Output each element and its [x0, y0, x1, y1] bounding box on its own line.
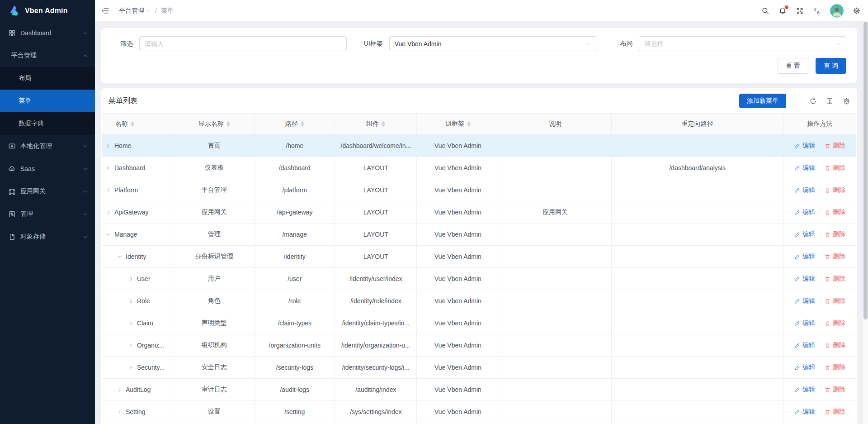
sort-carets-icon[interactable] [301, 121, 304, 127]
column-settings-icon[interactable] [843, 97, 850, 105]
delete-button[interactable]: 删除 [825, 363, 845, 372]
delete-button[interactable]: 删除 [825, 408, 845, 416]
sidebar-item-管理[interactable]: 管理 [0, 203, 95, 225]
expand-row-icon[interactable] [106, 188, 111, 193]
edit-button[interactable]: 编辑 [794, 297, 815, 305]
name-cell: Dashboard [102, 157, 174, 179]
logo[interactable]: Vben Admin [0, 0, 95, 22]
delete-button[interactable]: 删除 [825, 341, 845, 349]
delete-button[interactable]: 删除 [825, 386, 845, 394]
expand-row-icon[interactable] [128, 276, 133, 281]
table-row-user[interactable]: User用户/user/identity/user/indexVue Vben … [102, 268, 856, 290]
sort-carets-icon[interactable] [226, 121, 230, 127]
sort-carets-icon[interactable] [382, 121, 385, 127]
edit-button[interactable]: 编辑 [794, 363, 815, 372]
sidebar-item-布局[interactable]: 布局 [0, 67, 95, 90]
fullscreen-icon[interactable] [796, 7, 804, 15]
expand-row-icon[interactable] [106, 210, 111, 215]
sidebar-item-菜单[interactable]: 菜单 [0, 90, 95, 112]
settings-icon[interactable] [853, 7, 861, 15]
sidebar-item-dashboard[interactable]: Dashboard [0, 22, 95, 44]
edit-button[interactable]: 编辑 [794, 252, 815, 261]
column-header-component[interactable]: 组件 [335, 114, 417, 135]
display_name-cell: 用户 [174, 268, 255, 290]
delete-button[interactable]: 删除 [825, 164, 845, 172]
sidebar-item-平台管理[interactable]: 平台管理 [0, 44, 95, 67]
expand-row-icon[interactable] [128, 365, 133, 370]
table-row-setting[interactable]: Setting设置/setting/sys/settings/indexVue … [102, 401, 856, 423]
delete-button[interactable]: 删除 [825, 319, 845, 327]
expand-row-icon[interactable] [117, 410, 122, 414]
collapse-row-icon[interactable] [106, 232, 111, 237]
edit-button[interactable]: 编辑 [794, 341, 815, 349]
delete-button[interactable]: 删除 [825, 230, 845, 238]
sidebar-item-label: 本地化管理 [20, 142, 83, 150]
scrollbar-thumb[interactable] [863, 22, 868, 319]
ui-framework-select[interactable]: Vue Vben Admin [389, 36, 597, 51]
ui_framework-cell: Vue Vben Admin [417, 268, 499, 290]
column-header-path[interactable]: 路径 [255, 114, 335, 135]
path-cell: /platform [255, 179, 335, 201]
column-header-display_name[interactable]: 显示名称 [174, 114, 255, 135]
sidebar-item-应用网关[interactable]: 应用网关 [0, 180, 95, 203]
table-row-apigateway[interactable]: ApiGateway应用网关/api-gatewayLAYOUTVue Vben… [102, 201, 856, 224]
sidebar-item-对象存储[interactable]: 对象存储 [0, 225, 95, 248]
search-icon[interactable] [761, 7, 769, 15]
filter-keyword-input[interactable] [139, 36, 347, 51]
sort-carets-icon[interactable] [131, 121, 134, 127]
delete-button[interactable]: 删除 [825, 208, 845, 216]
query-button[interactable]: 查 询 [816, 58, 846, 74]
table-row-security-[interactable]: Security...安全日志/security-logs/identity/s… [102, 357, 856, 379]
notification-icon[interactable] [778, 7, 787, 15]
delete-button-label: 删除 [833, 186, 845, 194]
table-row-identity[interactable]: Identity身份标识管理/identityLAYOUTVue Vben Ad… [102, 246, 856, 268]
table-row-organiz-[interactable]: Organiz...组织机构/organization-units/identi… [102, 334, 856, 357]
layout-select[interactable]: 请选择 [639, 36, 846, 51]
expand-row-icon[interactable] [128, 299, 133, 304]
delete-button[interactable]: 删除 [825, 186, 845, 194]
edit-icon [794, 409, 800, 415]
edit-button[interactable]: 编辑 [794, 142, 815, 150]
edit-button[interactable]: 编辑 [794, 164, 815, 172]
row-height-icon[interactable] [826, 97, 834, 105]
column-header-ui_framework[interactable]: UI框架 [417, 114, 499, 135]
collapse-sidebar-icon[interactable] [101, 7, 109, 15]
edit-button[interactable]: 编辑 [794, 319, 815, 327]
table-row-claim[interactable]: Claim声明类型/claim-types/identity/claim-typ… [102, 312, 856, 334]
table-row-role[interactable]: Role角色/role/identity/role/indexVue Vben … [102, 290, 856, 312]
sort-carets-icon[interactable] [467, 121, 471, 127]
breadcrumb-root[interactable]: 平台管理 [119, 7, 151, 15]
refresh-icon[interactable] [809, 97, 817, 105]
language-icon[interactable]: 文A [813, 7, 821, 15]
table-row-home[interactable]: Home首页/home/dashboard/welcome/in...Vue V… [102, 135, 856, 157]
table-row-platform[interactable]: Platform平台管理/platformLAYOUTVue Vben Admi… [102, 179, 856, 201]
table-row-dashboard[interactable]: Dashboard仪表板/dashboardLAYOUTVue Vben Adm… [102, 157, 856, 179]
delete-button[interactable]: 删除 [825, 252, 845, 261]
add-menu-button[interactable]: 添加新菜单 [739, 94, 786, 108]
sidebar-item-本地化管理[interactable]: 本地化管理 [0, 135, 95, 157]
expand-row-icon[interactable] [106, 166, 111, 171]
edit-button[interactable]: 编辑 [794, 275, 815, 283]
edit-button[interactable]: 编辑 [794, 386, 815, 394]
expand-row-icon[interactable] [117, 387, 122, 392]
edit-button[interactable]: 编辑 [794, 230, 815, 238]
delete-button[interactable]: 删除 [825, 275, 845, 283]
display_name-cell: 身份标识管理 [174, 246, 255, 268]
sidebar-item-saas[interactable]: Saas [0, 157, 95, 180]
collapse-row-icon[interactable] [117, 254, 122, 259]
reset-button[interactable]: 重 置 [778, 58, 808, 74]
avatar[interactable] [830, 4, 844, 18]
expand-row-icon[interactable] [128, 321, 133, 326]
delete-button[interactable]: 删除 [825, 297, 845, 305]
edit-button[interactable]: 编辑 [794, 186, 815, 194]
edit-button[interactable]: 编辑 [794, 408, 815, 416]
edit-button[interactable]: 编辑 [794, 208, 815, 216]
expand-row-icon[interactable] [106, 143, 111, 148]
sidebar-item-数据字典[interactable]: 数据字典 [0, 112, 95, 135]
table-row-auditlog[interactable]: AuditLog审计日志/audit-logs/auditing/indexVu… [102, 379, 856, 401]
expand-row-icon[interactable] [128, 343, 133, 348]
table-row-manage[interactable]: Manage管理/manageLAYOUTVue Vben Admin编辑删除 [102, 224, 856, 246]
delete-button[interactable]: 删除 [825, 142, 845, 150]
column-header-name[interactable]: 名称 [102, 114, 174, 135]
vertical-scrollbar[interactable] [863, 22, 868, 424]
